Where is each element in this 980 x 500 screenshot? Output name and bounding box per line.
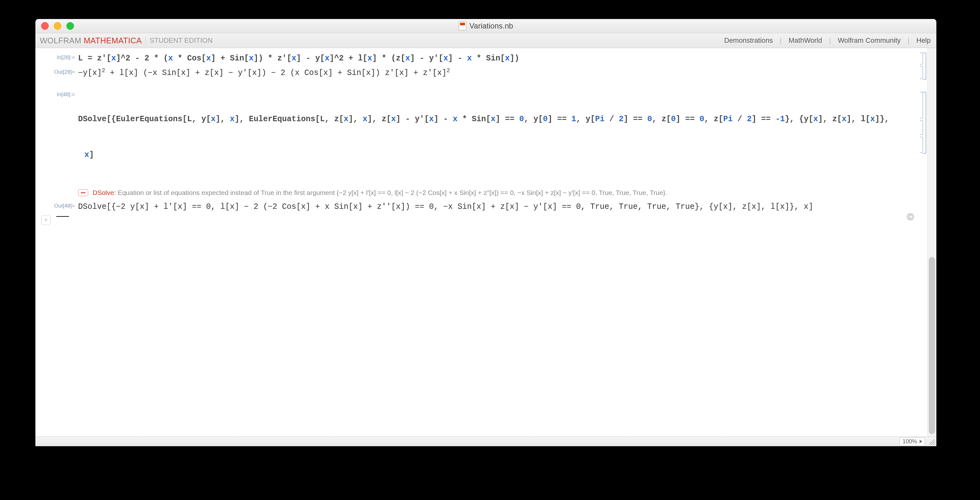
brand: WOLFRAM MATHEMATICA — [40, 36, 142, 45]
link-wolfram-community[interactable]: Wolfram Community — [837, 37, 902, 45]
input-expression-48[interactable]: DSolve[{EulerEquations[L, y[x], x], Eule… — [78, 89, 905, 184]
toolbar-separator — [145, 37, 146, 45]
cell-out28: Out[28]= −y[x]2 + l[x] (−x Sin[x] + z[x]… — [35, 66, 927, 80]
toolbar: WOLFRAM MATHEMATICA STUDENT EDITION Demo… — [35, 33, 936, 48]
zoom-selector[interactable]: 100% — [900, 437, 925, 446]
notebook-file-icon — [459, 22, 466, 30]
resize-grip-icon[interactable] — [929, 439, 935, 445]
zoom-value: 100% — [902, 438, 917, 445]
close-window-button[interactable] — [41, 22, 49, 30]
cell-message-48: ••• DSolve: Equation or list of equation… — [35, 186, 927, 200]
message-ellipsis-icon[interactable]: ••• — [78, 189, 88, 196]
toolbar-divider: | — [774, 37, 788, 45]
brand-wolfram: WOLFRAM — [40, 36, 81, 45]
cell-in28: In[28]:= L = z'[x]^2 - 2 * (x * Cos[x] +… — [35, 51, 927, 66]
notebook-content[interactable]: In[28]:= L = z'[x]^2 - 2 * (x * Cos[x] +… — [35, 48, 927, 436]
message-colon: : — [114, 189, 116, 196]
app-window: Variations.nb WOLFRAM MATHEMATICA STUDEN… — [35, 19, 936, 446]
toolbar-links: Demonstrations | MathWorld | Wolfram Com… — [723, 37, 932, 45]
link-mathworld[interactable]: MathWorld — [787, 37, 823, 45]
window-controls — [41, 22, 74, 30]
insertion-cursor — [56, 216, 69, 217]
output-expression-28[interactable]: −y[x]2 + l[x] (−x Sin[x] + z[x] − y′[x])… — [78, 67, 466, 79]
message-body: Equation or list of equations expected i… — [118, 189, 667, 196]
cell-label-out48: Out[48]= — [45, 201, 78, 209]
new-cell-button[interactable]: + — [41, 216, 51, 225]
window-title: Variations.nb — [35, 22, 936, 30]
link-help[interactable]: Help — [915, 37, 932, 45]
toolbar-divider: | — [823, 37, 837, 45]
toolbar-divider: | — [902, 37, 915, 45]
message-head: DSolve — [92, 189, 114, 196]
scrollbar-thumb[interactable] — [929, 257, 935, 434]
output-expression-48[interactable]: DSolve[{−2 y[x] + l′[x] == 0, l[x] − 2 (… — [78, 201, 829, 213]
cell-label-out28: Out[28]= — [45, 67, 78, 75]
cell-in48: In[48]:= DSolve[{EulerEquations[L, y[x],… — [35, 88, 927, 186]
status-bar: 100% — [35, 436, 936, 446]
dropdown-arrow-icon — [920, 439, 922, 443]
brand-mathematica: MATHEMATICA — [84, 36, 142, 45]
edition-label: STUDENT EDITION — [150, 37, 212, 45]
window-title-text: Variations.nb — [469, 22, 513, 30]
vertical-scrollbar[interactable] — [927, 48, 936, 436]
cell-label-in28: In[28]:= — [45, 53, 78, 61]
titlebar: Variations.nb — [35, 19, 936, 33]
zoom-window-button[interactable] — [67, 22, 74, 30]
minimize-window-button[interactable] — [54, 22, 61, 30]
notebook-area[interactable]: In[28]:= L = z'[x]^2 - 2 * (x * Cos[x] +… — [35, 48, 936, 436]
link-demonstrations[interactable]: Demonstrations — [723, 37, 774, 45]
cell-out48: Out[48]= DSolve[{−2 y[x] + l′[x] == 0, l… — [35, 200, 927, 214]
cell-label-in48: In[48]:= — [45, 89, 78, 98]
input-expression-28[interactable]: L = z'[x]^2 - 2 * (x * Cos[x] + Sin[x]) … — [78, 53, 535, 65]
